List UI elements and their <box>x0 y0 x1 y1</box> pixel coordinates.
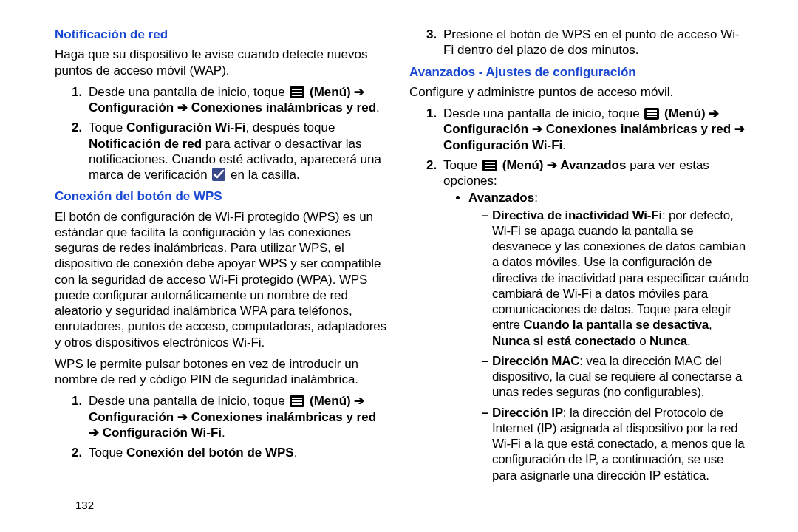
sec1-step2: Toque Configuración Wi-Fi, después toque… <box>86 120 389 183</box>
text: Toque <box>89 120 126 134</box>
svg-rect-8 <box>292 403 302 405</box>
sep: , <box>709 318 712 332</box>
term: Directiva de inactividad Wi-Fi <box>492 208 662 222</box>
text: Toque <box>89 446 126 460</box>
advanced-bullet: Avanzados: Directiva de inactividad Wi-F… <box>443 190 749 483</box>
svg-rect-7 <box>292 400 302 402</box>
sec2-steps: Desde una pantalla de inicio, toque (Men… <box>55 393 389 460</box>
svg-rect-3 <box>292 95 302 96</box>
bold: Configuración Wi-Fi <box>126 120 245 134</box>
svg-rect-2 <box>292 92 302 93</box>
sec2-step1: Desde una pantalla de inicio, toque (Men… <box>86 393 389 440</box>
sec3-steps: Desde una pantalla de inicio, toque (Men… <box>409 106 749 483</box>
sub-ip-address: Dirección IP: la dirección del Protocolo… <box>482 405 749 483</box>
sec1-intro: Haga que su dispositivo le avise cuando … <box>55 47 389 78</box>
sub-mac-address: Dirección MAC: vea la dirección MAC del … <box>482 353 749 400</box>
page-number: 132 <box>75 499 94 513</box>
period: . <box>687 334 691 348</box>
sec3-intro: Configure y administre puntos de acceso … <box>409 84 749 100</box>
wps-step3: Presione el botón de WPS en el punto de … <box>440 27 749 58</box>
advanced-item: Avanzados: Directiva de inactividad Wi-F… <box>468 190 749 483</box>
sec2-para1: El botón de configuración de Wi-Fi prote… <box>55 209 389 350</box>
period: . <box>222 426 225 440</box>
svg-rect-11 <box>647 113 657 115</box>
heading-advanced: Avanzados - Ajustes de configuración <box>409 64 749 80</box>
menu-icon <box>290 86 304 98</box>
svg-rect-1 <box>292 89 302 90</box>
term: Dirección MAC <box>492 354 579 368</box>
svg-rect-6 <box>292 398 302 399</box>
bold: Notificación de red <box>89 137 202 151</box>
heading-wps: Conexión del botón de WPS <box>55 188 389 204</box>
opt1: Cuando la pantalla se desactiva <box>523 318 709 332</box>
right-column: Presione el botón de WPS en el punto de … <box>399 27 767 525</box>
desc: : por defecto, Wi-Fi se apaga cuando la … <box>492 208 749 332</box>
sec2-step2: Toque Conexión del botón de WPS. <box>86 445 389 460</box>
period: . <box>376 100 380 115</box>
term: Dirección IP <box>492 406 563 420</box>
sec1-steps: Desde una pantalla de inicio, toque (Men… <box>55 84 389 183</box>
advanced-sublist: Directiva de inactividad Wi-Fi: por defe… <box>468 208 749 483</box>
opt2: Nunca si está conectado <box>492 334 636 348</box>
left-column: Notificación de red Haga que su disposit… <box>31 27 399 525</box>
manual-page: Notificación de red Haga que su disposit… <box>0 0 798 532</box>
checkbox-checked-icon <box>212 168 225 181</box>
bold: (Menú) ➔ Avanzados <box>502 158 627 172</box>
heading-network-notification: Notificación de red <box>55 27 389 42</box>
colon: : <box>534 191 538 205</box>
text: Desde una pantalla de inicio, toque <box>89 394 288 408</box>
opt3: Nunca <box>649 334 687 348</box>
continued-steps: Presione el botón de WPS en el punto de … <box>409 27 749 58</box>
period: . <box>294 446 298 460</box>
text: Desde una pantalla de inicio, toque <box>443 106 643 120</box>
text: , después toque <box>245 120 335 134</box>
label: Avanzados <box>468 191 534 205</box>
text: en la casilla. <box>231 168 300 182</box>
text: Toque <box>443 158 481 172</box>
sec2-para2: WPS le permite pulsar botones en vez de … <box>55 356 389 388</box>
sep: o <box>636 334 649 348</box>
sub-wifi-sleep-policy: Directiva de inactividad Wi-Fi: por defe… <box>482 208 749 349</box>
svg-rect-16 <box>485 168 495 169</box>
sec3-step2: Toque (Menú) ➔ Avanzados para ver estas … <box>440 157 749 483</box>
sec1-step1: Desde una pantalla de inicio, toque (Men… <box>86 84 389 116</box>
text: Desde una pantalla de inicio, toque <box>89 85 288 99</box>
menu-icon <box>482 160 497 171</box>
svg-rect-14 <box>485 162 495 163</box>
svg-rect-10 <box>647 110 657 112</box>
svg-rect-12 <box>647 116 657 117</box>
bold: Conexión del botón de WPS <box>126 446 294 460</box>
period: . <box>562 138 566 152</box>
sec3-step1: Desde una pantalla de inicio, toque (Men… <box>440 106 749 153</box>
menu-icon <box>290 395 304 407</box>
menu-icon <box>644 108 659 120</box>
svg-rect-15 <box>485 165 495 166</box>
